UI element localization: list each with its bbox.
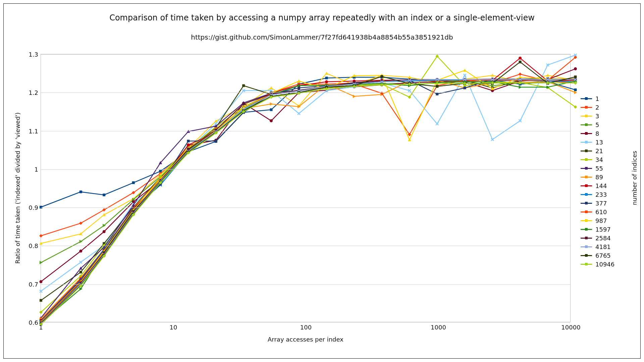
svg-marker-329	[297, 79, 301, 82]
chart-title: Comparison of time taken by accessing a …	[4, 13, 640, 22]
legend-item: 4181	[581, 242, 638, 251]
series-line	[41, 57, 575, 322]
legend-item: 8	[581, 129, 638, 138]
legend-label: 2584	[595, 235, 611, 242]
svg-marker-335	[463, 69, 467, 72]
svg-point-88	[270, 119, 273, 122]
chart-subtitle: https://gist.github.com/SimonLammer/7f27…	[4, 33, 640, 41]
svg-marker-211	[353, 95, 356, 98]
series-line	[41, 77, 575, 207]
legend-label: 34	[595, 156, 603, 163]
series-line	[41, 81, 575, 263]
grid-line	[41, 246, 570, 246]
legend-label: 3	[595, 113, 599, 120]
legend-swatch	[581, 142, 592, 143]
legend-label: 144	[595, 182, 607, 189]
y-tick-label: 1	[35, 166, 41, 173]
legend-swatch	[581, 150, 592, 152]
y-tick-label: 1.2	[29, 89, 41, 96]
legend-item: 3	[581, 112, 638, 120]
legend-label: 987	[595, 217, 607, 224]
x-tick-label: 10000	[561, 322, 580, 331]
y-tick-label: 0.7	[29, 281, 41, 288]
legend-label: 10946	[595, 261, 614, 268]
svg-rect-294	[436, 93, 438, 96]
legend-item: 21	[581, 146, 638, 155]
legend-item: 610	[581, 207, 638, 216]
legend-swatch	[581, 264, 592, 265]
legend-swatch	[581, 159, 592, 160]
legend-item: 13	[581, 138, 638, 146]
x-tick-label: 10	[170, 322, 177, 331]
svg-point-230	[325, 80, 328, 83]
legend-label: 6765	[595, 252, 611, 259]
svg-point-225	[187, 143, 190, 146]
legend-swatch	[581, 212, 592, 213]
svg-rect-8	[270, 108, 273, 111]
legend-label: 4181	[595, 243, 611, 250]
svg-marker-37	[519, 72, 522, 76]
svg-rect-434	[436, 85, 438, 88]
legend-label: 1	[595, 95, 599, 102]
legend-swatch	[581, 133, 592, 134]
legend-item: 233	[581, 190, 638, 199]
chart-lines	[41, 54, 570, 322]
svg-marker-48	[270, 86, 273, 89]
svg-rect-2	[103, 194, 105, 196]
series-line	[41, 81, 575, 322]
legend-swatch	[581, 177, 592, 178]
y-tick-label: 0.8	[29, 242, 41, 249]
legend-swatch	[581, 124, 592, 125]
legend: 1235813213455891442333776109871597258441…	[581, 94, 638, 268]
legend-item: 5	[581, 120, 638, 129]
chart-frame: Comparison of time taken by accessing a …	[3, 3, 641, 359]
legend-label: 233	[595, 191, 607, 198]
legend-item: 377	[581, 199, 638, 207]
series-line	[41, 83, 575, 324]
svg-point-99	[574, 67, 577, 70]
svg-marker-219	[574, 91, 577, 94]
svg-rect-147	[242, 84, 245, 87]
x-tick-label: 1000	[431, 322, 446, 331]
series-line	[41, 79, 575, 323]
legend-label: 8	[595, 130, 599, 137]
legend-swatch	[581, 116, 592, 117]
svg-marker-333	[408, 138, 411, 141]
svg-rect-285	[187, 140, 190, 142]
legend-label: 377	[595, 200, 607, 207]
series-line	[41, 62, 575, 324]
svg-rect-19	[574, 88, 577, 91]
svg-point-81	[79, 250, 82, 253]
legend-item: 1	[581, 94, 638, 103]
legend-swatch	[581, 246, 592, 247]
legend-label: 2	[595, 104, 599, 111]
svg-marker-357	[519, 85, 522, 89]
legend-swatch	[581, 220, 592, 221]
legend-item: 34	[581, 155, 638, 164]
legend-swatch	[581, 203, 592, 204]
series-line	[41, 69, 575, 282]
grid-line	[41, 284, 570, 285]
svg-marker-60	[40, 261, 43, 264]
grid-line	[41, 169, 570, 170]
svg-rect-141	[79, 271, 82, 274]
series-line	[41, 79, 575, 300]
legend-item: 987	[581, 216, 638, 225]
svg-rect-439	[574, 75, 577, 78]
legend-swatch	[581, 194, 592, 195]
svg-marker-50	[325, 72, 328, 75]
series-line	[41, 79, 575, 318]
svg-rect-140	[40, 299, 42, 302]
svg-point-237	[519, 57, 522, 60]
svg-rect-286	[215, 140, 217, 142]
grid-line	[41, 207, 570, 208]
y-tick-label: 1.1	[29, 127, 41, 134]
svg-rect-1	[79, 190, 82, 193]
legend-item: 1597	[581, 225, 638, 234]
x-axis-label: Array accesses per index	[41, 336, 570, 343]
legend-swatch	[581, 255, 592, 256]
svg-rect-432	[380, 75, 383, 78]
svg-point-82	[103, 230, 106, 233]
plot-area: Array accesses per index Ratio of time t…	[41, 54, 571, 322]
legend-swatch	[581, 107, 592, 108]
